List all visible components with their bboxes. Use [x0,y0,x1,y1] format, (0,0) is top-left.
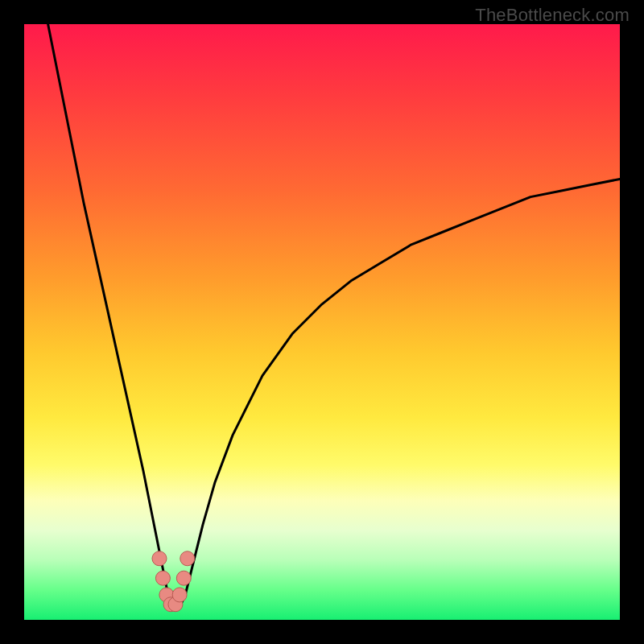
curve-svg [24,24,620,620]
valley-marker [180,551,195,566]
valley-markers [152,551,195,612]
valley-marker [176,571,191,585]
plot-area [24,24,620,620]
bottleneck-curve [48,24,620,608]
curve-path [48,24,620,608]
valley-marker [155,571,170,585]
valley-marker [152,551,167,566]
chart-frame: TheBottleneck.com [0,0,644,644]
valley-marker [172,588,187,602]
watermark-text: TheBottleneck.com [475,5,630,26]
